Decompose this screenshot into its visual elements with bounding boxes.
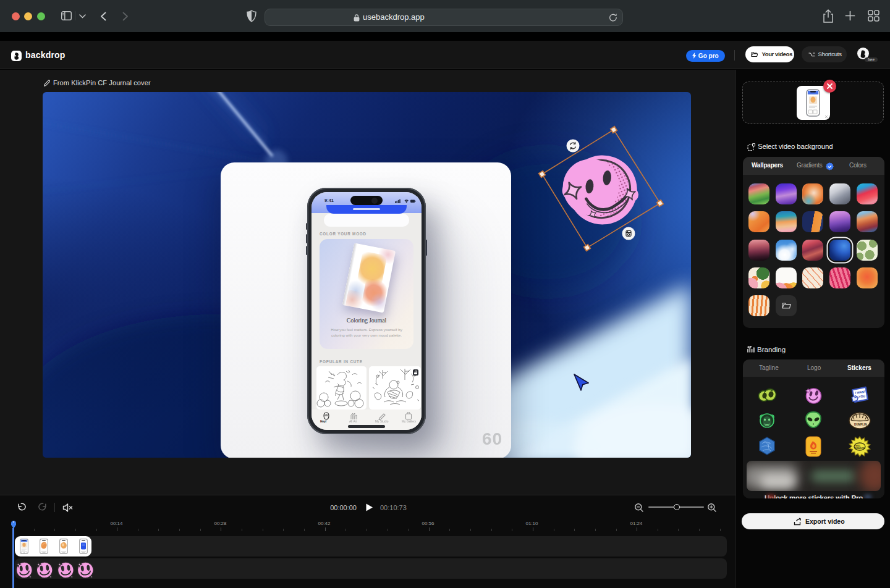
svg-text:SEASON: SEASON [855,447,865,450]
svg-text:DUMPLIN: DUMPLIN [854,423,867,426]
svg-text:YOU: YOU [858,394,866,398]
